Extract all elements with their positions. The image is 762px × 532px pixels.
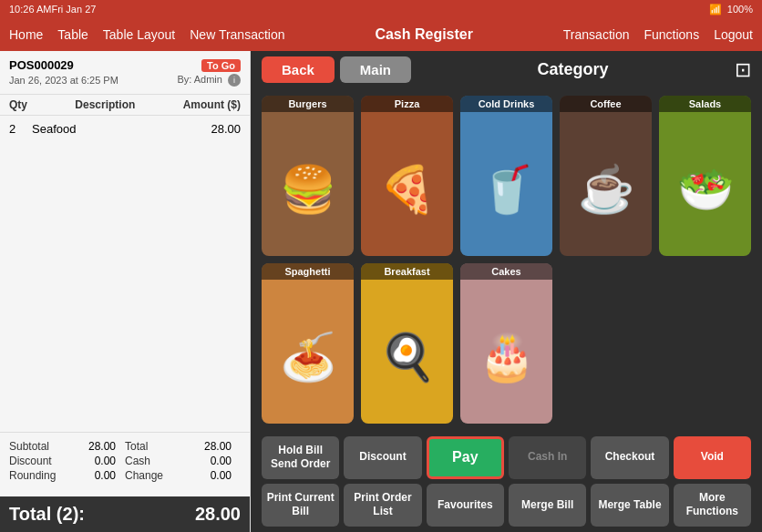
category-item-salads[interactable]: 🥗Salads [659,96,751,256]
left-panel: POS000029 To Go Jan 26, 2023 at 6:25 PM … [0,51,251,532]
category-header: Back Main Category ⊡ [251,51,762,88]
merge-table-button[interactable]: Merge Table [591,484,668,527]
subtotal-value: 28.00 [67,440,126,453]
item-qty: 2 [9,122,32,136]
pay-button[interactable]: Pay [427,436,504,479]
category-label-coffee: Coffee [560,96,652,112]
status-bar: 10:26 AM Fri Jan 27 📶 100% [0,0,762,18]
category-item-cakes[interactable]: 🎂Cakes [460,263,552,424]
category-label-breakfast: Breakfast [361,263,453,280]
discount-value: 0.00 [67,455,126,467]
item-amount: 28.00 [211,122,241,136]
col-amount: Amount ($) [183,98,241,111]
change-value: 0.00 [183,469,242,482]
cash-label: Cash [125,455,183,467]
category-label-cakes: Cakes [460,263,552,280]
col-qty: Qty [9,98,27,111]
grand-total: Total (2): 28.00 [0,496,250,532]
category-title: Category [411,60,735,79]
grand-total-label: Total (2): [9,504,85,525]
order-admin: By: Admin i [177,74,241,87]
rounding-value: 0.00 [67,469,126,482]
void-button[interactable]: Void [674,436,751,479]
info-icon: i [228,74,241,87]
category-item-cold-drinks[interactable]: 🥤Cold Drinks [460,96,552,256]
category-item-spaghetti[interactable]: 🍝Spaghetti [262,263,354,424]
order-header: POS000029 To Go Jan 26, 2023 at 6:25 PM … [0,51,250,95]
status-wifi: 📶 [709,4,722,15]
nav-transaction[interactable]: Transaction [563,27,630,42]
barcode-scan-icon[interactable]: ⊡ [735,58,751,82]
order-date: Jan 26, 2023 at 6:25 PM [9,75,118,86]
main-layout: POS000029 To Go Jan 26, 2023 at 6:25 PM … [0,51,762,532]
category-label-pizza: Pizza [361,96,453,112]
app-title: Cash Register [375,26,473,43]
cash-value: 0.00 [183,455,242,467]
left-nav: Home Table Table Layout New Transaction [9,27,285,42]
category-item-burgers[interactable]: 🍔Burgers [262,96,354,256]
right-nav: Transaction Functions Logout [563,27,753,42]
category-grid: 🍔Burgers🍕Pizza🥤Cold Drinks☕Coffee🥗Salads… [251,88,762,431]
checkout-button[interactable]: Checkout [591,436,668,479]
category-item-pizza[interactable]: 🍕Pizza [361,96,453,256]
status-battery: 100% [727,4,753,15]
favourites-button[interactable]: Favourites [427,484,504,527]
print-order-list-button[interactable]: Print Order List [344,484,421,527]
subtotal-label: Subtotal [9,440,67,453]
table-row[interactable]: 2 Seafood 28.00 [9,119,241,138]
more-functions-button[interactable]: More Functions [674,484,751,527]
status-time: 10:26 AM [9,4,51,15]
total-value: 28.00 [183,440,242,453]
category-label-burgers: Burgers [262,96,354,112]
hold-bill-button[interactable]: Hold Bill Send Order [262,436,339,479]
category-item-coffee[interactable]: ☕Coffee [560,96,652,256]
order-items: 2 Seafood 28.00 [0,116,250,432]
nav-table-layout[interactable]: Table Layout [103,27,175,42]
discount-label: Discount [9,455,67,467]
right-panel: Back Main Category ⊡ 🍔Burgers🍕Pizza🥤Cold… [251,51,762,532]
discount-button[interactable]: Discount [344,436,421,479]
col-headers: Qty Description Amount ($) [0,95,250,116]
status-day: Fri Jan 27 [51,4,96,15]
nav-home[interactable]: Home [9,27,43,42]
nav-new-transaction[interactable]: New Transaction [190,27,284,42]
col-desc: Description [75,98,135,111]
item-desc: Seafood [32,122,211,136]
main-button[interactable]: Main [340,56,411,83]
back-button[interactable]: Back [262,56,335,83]
category-label-spaghetti: Spaghetti [262,263,354,280]
action-buttons: Hold Bill Send OrderDiscountPayCash InCh… [251,431,762,532]
order-id: POS000029 [9,58,74,72]
nav-table[interactable]: Table [57,27,88,42]
merge-bill-button[interactable]: Merge Bill [509,484,586,527]
totals-grid: Subtotal 28.00 Total 28.00 Discount 0.00… [9,440,241,482]
change-label: Change [125,469,183,482]
top-nav: Home Table Table Layout New Transaction … [0,18,762,51]
cash-in-button[interactable]: Cash In [509,436,586,479]
print-current-bill-button[interactable]: Print Current Bill [262,484,339,527]
category-item-breakfast[interactable]: 🍳Breakfast [361,263,453,424]
nav-buttons: Back Main [262,56,411,83]
order-totals: Subtotal 28.00 Total 28.00 Discount 0.00… [0,432,250,496]
category-label-salads: Salads [659,96,751,112]
nav-functions[interactable]: Functions [644,27,699,42]
category-label-cold-drinks: Cold Drinks [460,96,552,112]
grand-total-value: 28.00 [195,504,241,525]
order-tag: To Go [201,59,241,72]
total-label: Total [125,440,183,453]
nav-logout[interactable]: Logout [714,27,753,42]
rounding-label: Rounding [9,469,67,482]
